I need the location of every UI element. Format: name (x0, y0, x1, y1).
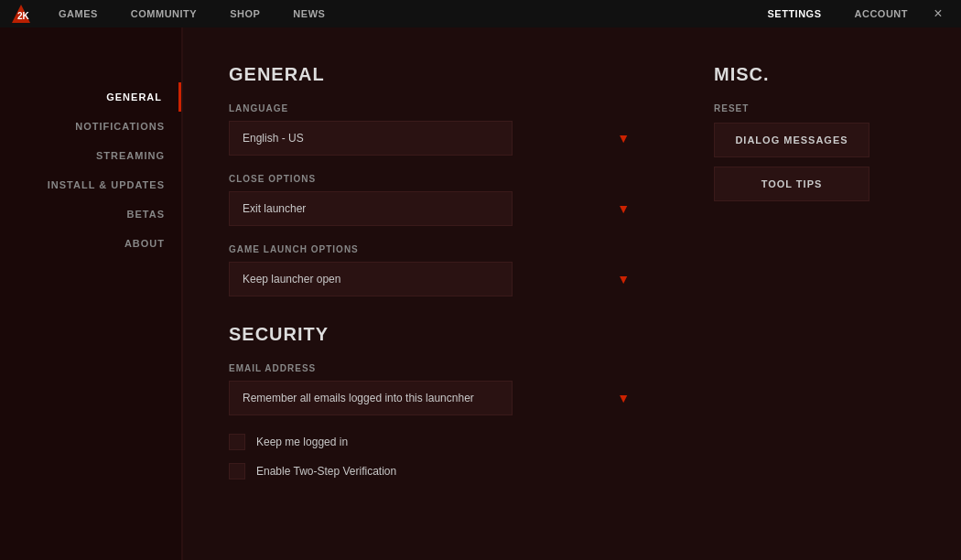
sidebar-item-general[interactable]: GENERAL (0, 82, 181, 112)
close-options-label: CLOSE OPTIONS (229, 174, 641, 184)
close-options-chevron-icon: ▼ (617, 201, 630, 216)
dialog-messages-button[interactable]: DIALOG MESSAGES (714, 123, 869, 157)
misc-title: MISC. (714, 64, 915, 85)
sidebar-item-install-updates[interactable]: INSTALL & UPDATES (0, 170, 181, 199)
close-options-select[interactable]: Exit launcher Minimize to tray Ask me (229, 191, 513, 226)
nav-shop[interactable]: SHOP (213, 0, 276, 27)
two-step-label: Enable Two-Step Verification (256, 465, 396, 478)
email-select[interactable]: Remember all emails logged into this lau… (229, 381, 513, 415)
tool-tips-button[interactable]: TOOL TIPS (714, 167, 869, 201)
sidebar-item-about[interactable]: ABOUT (0, 229, 181, 258)
keep-logged-in-row: Keep me logged in (229, 434, 641, 450)
two-step-row: Enable Two-Step Verification (229, 463, 641, 479)
language-chevron-icon: ▼ (617, 131, 630, 145)
close-button[interactable]: × (924, 0, 952, 27)
security-section: SECURITY EMAIL ADDRESS Remember all emai… (229, 324, 641, 479)
nav-games[interactable]: GAMES (42, 0, 114, 27)
keep-logged-in-label: Keep me logged in (256, 436, 348, 448)
general-section: GENERAL LANGUAGE English - US English - … (229, 64, 641, 296)
nav-items: GAMES COMMUNITY SHOP NEWS (42, 0, 750, 27)
nav-right: SETTINGS ACCOUNT × (750, 0, 952, 27)
language-select-wrapper: English - US English - UK French German … (229, 121, 641, 156)
nav-community[interactable]: COMMUNITY (114, 0, 213, 27)
language-dropdown[interactable]: English - US English - UK French German … (243, 132, 499, 145)
game-launch-label: GAME LAUNCH OPTIONS (229, 244, 641, 254)
close-options-select-wrapper: Exit launcher Minimize to tray Ask me ▼ (229, 191, 641, 226)
two-step-checkbox[interactable] (229, 463, 245, 479)
content-area: GENERAL LANGUAGE English - US English - … (183, 27, 961, 560)
game-launch-select-wrapper: Keep launcher open Close launcher Minimi… (229, 262, 641, 296)
email-address-label: EMAIL ADDRESS (229, 363, 641, 373)
nav-account[interactable]: ACCOUNT (838, 0, 925, 27)
close-options-dropdown[interactable]: Exit launcher Minimize to tray Ask me (243, 202, 499, 215)
email-dropdown[interactable]: Remember all emails logged into this lau… (243, 392, 499, 404)
email-chevron-icon: ▼ (617, 391, 630, 405)
game-launch-chevron-icon: ▼ (617, 272, 630, 286)
nav-news[interactable]: NEWS (276, 0, 341, 27)
email-select-wrapper: Remember all emails logged into this lau… (229, 381, 641, 415)
game-launch-select[interactable]: Keep launcher open Close launcher Minimi… (229, 262, 513, 296)
general-title: GENERAL (229, 64, 641, 85)
sidebar-item-notifications[interactable]: NOTIFICATIONS (0, 112, 181, 141)
sidebar-item-streaming[interactable]: STREAMING (0, 141, 181, 170)
language-select[interactable]: English - US English - UK French German … (229, 121, 513, 156)
sidebar: GENERAL NOTIFICATIONS STREAMING INSTALL … (0, 27, 183, 560)
svg-text:2K: 2K (17, 11, 30, 21)
logo-icon: 2K (9, 2, 33, 26)
misc-reset-label: RESET (714, 103, 915, 113)
main-layout: GENERAL NOTIFICATIONS STREAMING INSTALL … (0, 27, 961, 560)
nav-settings[interactable]: SETTINGS (750, 0, 837, 27)
top-nav: 2K GAMES COMMUNITY SHOP NEWS SETTINGS AC… (0, 0, 961, 27)
content-left: GENERAL LANGUAGE English - US English - … (229, 64, 641, 523)
game-launch-dropdown[interactable]: Keep launcher open Close launcher Minimi… (243, 273, 499, 285)
keep-logged-in-checkbox[interactable] (229, 434, 245, 450)
misc-section: MISC. RESET DIALOG MESSAGES TOOL TIPS (714, 64, 915, 523)
sidebar-item-betas[interactable]: BETAS (0, 199, 181, 229)
language-label: LANGUAGE (229, 103, 641, 113)
security-title: SECURITY (229, 324, 641, 345)
